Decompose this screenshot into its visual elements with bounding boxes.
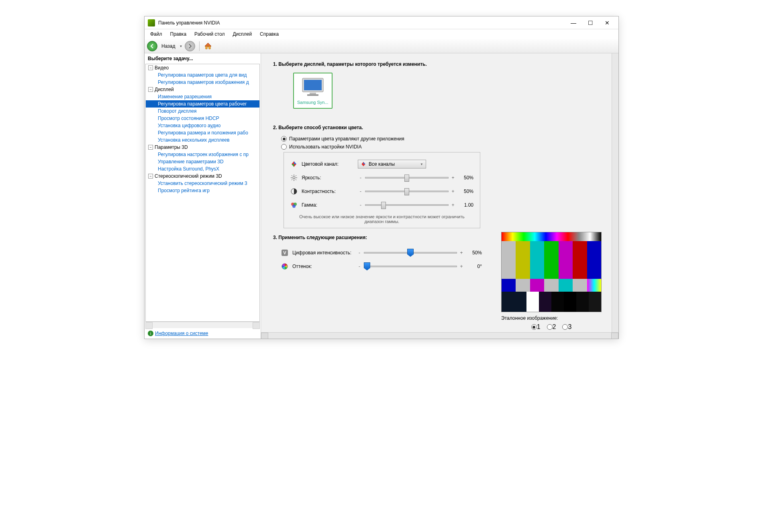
minimize-button[interactable]: — [565, 17, 581, 28]
svg-line-11 [292, 179, 292, 180]
sidebar: Выберите задачу... −Видео Регулировка па… [145, 53, 261, 339]
ref-radio-3[interactable]: 3 [562, 323, 571, 331]
reference-image-block: Эталонное изображение: 1 2 3 [501, 232, 602, 331]
task-tree[interactable]: −Видео Регулировка параметров цвета для … [145, 64, 260, 322]
step2-title: 2. Выберите способ установки цвета. [273, 125, 606, 130]
back-dropdown-icon[interactable]: ▼ [179, 45, 182, 48]
channel-label: Цветовой канал: [302, 161, 358, 167]
tree-item[interactable]: Регулировка параметров изображения д [146, 79, 259, 86]
collapse-icon[interactable]: − [148, 174, 153, 179]
tree-item[interactable]: Установка нескольких дисплеев [146, 136, 259, 144]
vibrance-icon: V [281, 249, 288, 256]
color-channel-icon [290, 160, 298, 168]
radio-icon [562, 324, 568, 330]
plus-icon: + [450, 189, 456, 194]
collapse-icon[interactable]: − [148, 65, 153, 70]
vibrance-slider[interactable] [364, 252, 457, 254]
menu-edit[interactable]: Правка [166, 30, 191, 38]
back-button[interactable] [147, 41, 157, 51]
brightness-value: 50% [456, 175, 473, 181]
content-horizontal-scrollbar[interactable]: ⋰ [261, 332, 618, 339]
tree-item[interactable]: Установка цифрового аудио [146, 122, 259, 129]
hue-icon [281, 263, 288, 270]
radio-icon [281, 144, 287, 150]
plus-icon: + [450, 202, 456, 208]
window-title: Панель управления NVIDIA [158, 20, 565, 26]
radio-icon [281, 136, 287, 142]
radio-icon [547, 324, 553, 330]
tree-cat-stereo[interactable]: −Стереоскопический режим 3D [146, 173, 259, 180]
tree-item[interactable]: Поворот дисплея [146, 108, 259, 115]
toolbar: Назад ▼ [145, 39, 618, 53]
sidebar-horizontal-scrollbar[interactable] [145, 322, 260, 328]
home-icon[interactable] [204, 42, 212, 51]
plus-icon: + [450, 175, 456, 181]
menu-help[interactable]: Справка [256, 30, 283, 38]
tree-item[interactable]: Управление параметрами 3D [146, 158, 259, 165]
brightness-icon [290, 174, 298, 181]
tree-cat-3d[interactable]: −Параметры 3D [146, 144, 259, 151]
tree-item[interactable]: Регулировка размера и положения рабо [146, 129, 259, 136]
titlebar: Панель управления NVIDIA — ☐ ✕ [145, 16, 618, 29]
tree-item[interactable]: Просмотр состояния HDCP [146, 115, 259, 122]
minus-icon: - [358, 175, 363, 181]
nvidia-icon [148, 19, 155, 26]
nvidia-color-settings-box: Цветовой канал: Все каналы ▼ Яркость: - [284, 152, 480, 228]
tree-cat-video[interactable]: −Видео [146, 64, 259, 71]
back-label: Назад [160, 43, 177, 49]
chevron-down-icon: ▼ [420, 162, 423, 166]
tree-item[interactable]: Просмотр рейтинга игр [146, 187, 259, 194]
color-channel-icon [361, 161, 366, 167]
resize-grip-icon[interactable]: ⋰ [614, 334, 618, 338]
collapse-icon[interactable]: − [148, 87, 153, 92]
forward-button[interactable] [185, 41, 195, 51]
svg-point-16 [292, 205, 296, 208]
system-info-link[interactable]: Информация о системе [155, 331, 208, 336]
gamma-label: Гамма: [302, 202, 358, 208]
svg-text:V: V [283, 250, 286, 255]
hue-label: Оттенок: [292, 264, 357, 269]
svg-rect-1 [304, 80, 322, 90]
tree-cat-display[interactable]: −Дисплей [146, 86, 259, 93]
minus-icon: - [357, 264, 362, 269]
display-selector-card[interactable]: Samsung Syn... [293, 73, 333, 109]
menu-display[interactable]: Дисплей [228, 30, 256, 38]
contrast-slider[interactable] [365, 191, 449, 192]
color-channel-dropdown[interactable]: Все каналы ▼ [358, 160, 426, 169]
radio-nvidia-settings[interactable]: Использовать настройки NVIDIA [281, 144, 606, 150]
step1-title: 1. Выберите дисплей, параметры которого … [273, 61, 606, 67]
menu-file[interactable]: Файл [146, 30, 166, 38]
gamma-slider[interactable] [365, 204, 449, 206]
maximize-button[interactable]: ☐ [582, 17, 598, 28]
radio-other-apps[interactable]: Параметрами цвета управляют другие прило… [281, 136, 606, 142]
svg-line-12 [296, 175, 296, 176]
ref-radio-1[interactable]: 1 [531, 323, 541, 331]
contrast-label: Контрастность: [302, 189, 358, 194]
tree-item[interactable]: Регулировка параметров цвета для вид [146, 71, 259, 79]
svg-point-4 [293, 177, 295, 179]
tree-item[interactable]: Изменение разрешения [146, 93, 259, 100]
brightness-label: Яркость: [302, 175, 358, 181]
menu-desktop[interactable]: Рабочий стол [190, 30, 228, 38]
svg-line-9 [292, 175, 292, 176]
hue-slider[interactable] [364, 266, 457, 267]
toolbar-separator [199, 41, 200, 51]
minus-icon: - [357, 250, 362, 256]
sidebar-footer: i Информация о системе [145, 328, 261, 339]
close-button[interactable]: ✕ [599, 17, 615, 28]
contrast-value: 50% [456, 189, 473, 194]
plus-icon: + [459, 250, 464, 256]
svg-line-10 [296, 179, 296, 180]
tree-item[interactable]: Настройка Surround, PhysX [146, 165, 259, 173]
gamma-range-note: Очень высокое или низкое значение яркост… [290, 214, 473, 224]
collapse-icon[interactable]: − [148, 145, 153, 150]
brightness-slider[interactable] [365, 177, 449, 179]
tree-item[interactable]: Установить стереоскопический режим 3 [146, 180, 259, 187]
tree-item-selected[interactable]: Регулировка параметров цвета рабочег [146, 100, 259, 108]
tree-item[interactable]: Регулировка настроек изображения с пр [146, 151, 259, 158]
content-pane: 1. Выберите дисплей, параметры которого … [261, 53, 618, 339]
svg-rect-2 [310, 93, 316, 94]
vibrance-label: Цифровая интенсивность: [292, 250, 357, 256]
ref-radio-2[interactable]: 2 [547, 323, 556, 331]
info-icon: i [148, 331, 153, 336]
